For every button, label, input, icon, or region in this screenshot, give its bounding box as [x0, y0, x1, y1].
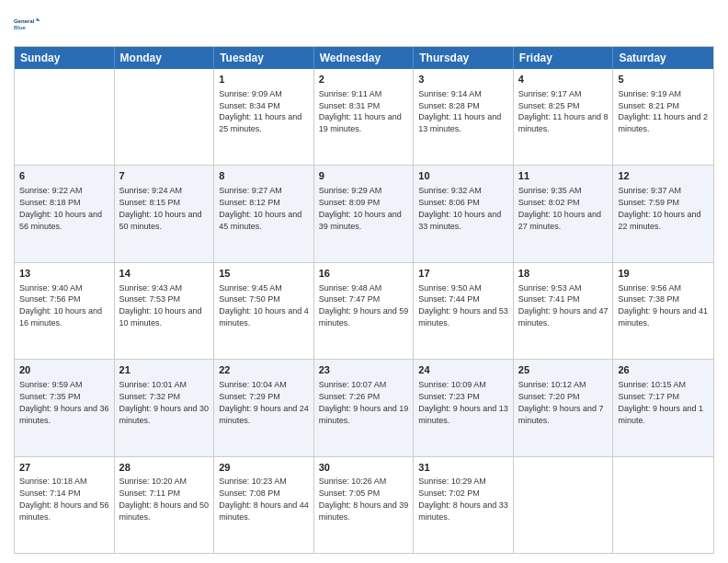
- day-detail: Sunrise: 9:17 AM Sunset: 8:25 PM Dayligh…: [518, 89, 609, 133]
- day-detail: Sunrise: 10:04 AM Sunset: 7:29 PM Daylig…: [219, 380, 309, 424]
- cal-cell-empty: [15, 69, 115, 165]
- day-number: 27: [19, 461, 109, 475]
- calendar: SundayMondayTuesdayWednesdayThursdayFrid…: [14, 46, 714, 554]
- day-detail: Sunrise: 10:01 AM Sunset: 7:32 PM Daylig…: [119, 380, 210, 424]
- day-detail: Sunrise: 9:45 AM Sunset: 7:50 PM Dayligh…: [219, 283, 309, 327]
- cal-cell-day-17: 17Sunrise: 9:50 AM Sunset: 7:44 PM Dayli…: [414, 263, 514, 359]
- day-detail: Sunrise: 9:53 AM Sunset: 7:41 PM Dayligh…: [518, 283, 609, 327]
- day-detail: Sunrise: 9:35 AM Sunset: 8:02 PM Dayligh…: [518, 186, 601, 230]
- cal-cell-day-15: 15Sunrise: 9:45 AM Sunset: 7:50 PM Dayli…: [214, 263, 314, 359]
- cal-week-2: 6Sunrise: 9:22 AM Sunset: 8:18 PM Daylig…: [15, 166, 713, 262]
- cal-cell-day-13: 13Sunrise: 9:40 AM Sunset: 7:56 PM Dayli…: [15, 263, 115, 359]
- day-number: 23: [319, 363, 409, 377]
- svg-marker-3: [37, 17, 40, 20]
- header: General Blue: [14, 9, 714, 40]
- day-detail: Sunrise: 10:12 AM Sunset: 7:20 PM Daylig…: [518, 380, 604, 424]
- calendar-header: SundayMondayTuesdayWednesdayThursdayFrid…: [15, 47, 713, 69]
- cal-cell-day-6: 6Sunrise: 9:22 AM Sunset: 8:18 PM Daylig…: [15, 166, 115, 261]
- cal-cell-day-18: 18Sunrise: 9:53 AM Sunset: 7:41 PM Dayli…: [514, 263, 614, 359]
- day-number: 29: [219, 461, 309, 475]
- cal-header-sunday: Sunday: [15, 47, 115, 69]
- cal-header-thursday: Thursday: [414, 47, 514, 69]
- day-number: 15: [219, 267, 309, 281]
- day-detail: Sunrise: 10:26 AM Sunset: 7:05 PM Daylig…: [319, 477, 409, 521]
- day-number: 24: [418, 363, 508, 377]
- day-number: 26: [618, 363, 709, 377]
- cal-week-3: 13Sunrise: 9:40 AM Sunset: 7:56 PM Dayli…: [15, 263, 713, 360]
- day-number: 13: [19, 267, 109, 281]
- day-number: 12: [618, 169, 709, 183]
- cal-week-5: 27Sunrise: 10:18 AM Sunset: 7:14 PM Dayl…: [15, 457, 713, 553]
- cal-header-friday: Friday: [514, 47, 614, 69]
- cal-cell-day-20: 20Sunrise: 9:59 AM Sunset: 7:35 PM Dayli…: [15, 360, 115, 455]
- svg-text:General: General: [14, 18, 34, 24]
- day-detail: Sunrise: 9:43 AM Sunset: 7:53 PM Dayligh…: [119, 283, 202, 327]
- day-number: 17: [418, 267, 508, 281]
- cal-cell-day-5: 5Sunrise: 9:19 AM Sunset: 8:21 PM Daylig…: [613, 69, 713, 165]
- cal-cell-day-30: 30Sunrise: 10:26 AM Sunset: 7:05 PM Dayl…: [314, 457, 415, 553]
- cal-cell-day-21: 21Sunrise: 10:01 AM Sunset: 7:32 PM Dayl…: [115, 360, 215, 455]
- cal-cell-day-1: 1Sunrise: 9:09 AM Sunset: 8:34 PM Daylig…: [214, 69, 314, 165]
- cal-cell-day-26: 26Sunrise: 10:15 AM Sunset: 7:17 PM Dayl…: [613, 360, 713, 455]
- cal-cell-day-27: 27Sunrise: 10:18 AM Sunset: 7:14 PM Dayl…: [15, 457, 115, 553]
- day-detail: Sunrise: 9:24 AM Sunset: 8:15 PM Dayligh…: [119, 186, 202, 230]
- day-number: 9: [319, 169, 409, 183]
- logo: General Blue: [14, 9, 45, 40]
- day-detail: Sunrise: 10:09 AM Sunset: 7:23 PM Daylig…: [418, 380, 508, 424]
- day-detail: Sunrise: 10:29 AM Sunset: 7:02 PM Daylig…: [418, 477, 508, 521]
- cal-cell-day-7: 7Sunrise: 9:24 AM Sunset: 8:15 PM Daylig…: [115, 166, 215, 261]
- day-number: 18: [518, 267, 609, 281]
- day-detail: Sunrise: 9:29 AM Sunset: 8:09 PM Dayligh…: [319, 186, 402, 230]
- day-number: 2: [319, 73, 409, 86]
- page: General Blue SundayMondayTuesdayWednesda…: [0, 0, 728, 563]
- day-detail: Sunrise: 10:18 AM Sunset: 7:14 PM Daylig…: [19, 477, 109, 521]
- cal-cell-day-31: 31Sunrise: 10:29 AM Sunset: 7:02 PM Dayl…: [414, 457, 514, 553]
- cal-cell-day-22: 22Sunrise: 10:04 AM Sunset: 7:29 PM Dayl…: [214, 360, 314, 455]
- day-detail: Sunrise: 10:20 AM Sunset: 7:11 PM Daylig…: [119, 477, 210, 521]
- day-number: 25: [518, 363, 609, 377]
- cal-cell-day-10: 10Sunrise: 9:32 AM Sunset: 8:06 PM Dayli…: [414, 166, 514, 261]
- cal-cell-day-2: 2Sunrise: 9:11 AM Sunset: 8:31 PM Daylig…: [314, 69, 415, 165]
- day-number: 22: [219, 363, 309, 377]
- cal-cell-empty: [613, 457, 713, 553]
- cal-cell-day-28: 28Sunrise: 10:20 AM Sunset: 7:11 PM Dayl…: [115, 457, 215, 553]
- day-number: 30: [319, 461, 409, 475]
- day-detail: Sunrise: 9:09 AM Sunset: 8:34 PM Dayligh…: [219, 89, 301, 133]
- day-number: 7: [119, 169, 210, 183]
- cal-cell-day-12: 12Sunrise: 9:37 AM Sunset: 7:59 PM Dayli…: [613, 166, 713, 261]
- cal-cell-day-24: 24Sunrise: 10:09 AM Sunset: 7:23 PM Dayl…: [414, 360, 514, 455]
- day-number: 6: [19, 169, 109, 183]
- day-number: 14: [119, 267, 210, 281]
- day-number: 11: [518, 169, 609, 183]
- day-detail: Sunrise: 10:07 AM Sunset: 7:26 PM Daylig…: [319, 380, 409, 424]
- cal-cell-day-4: 4Sunrise: 9:17 AM Sunset: 8:25 PM Daylig…: [514, 69, 614, 165]
- day-number: 20: [19, 363, 109, 377]
- cal-cell-day-16: 16Sunrise: 9:48 AM Sunset: 7:47 PM Dayli…: [314, 263, 415, 359]
- cal-cell-day-11: 11Sunrise: 9:35 AM Sunset: 8:02 PM Dayli…: [514, 166, 614, 261]
- day-detail: Sunrise: 9:50 AM Sunset: 7:44 PM Dayligh…: [418, 283, 508, 327]
- cal-cell-empty: [514, 457, 614, 553]
- cal-week-1: 1Sunrise: 9:09 AM Sunset: 8:34 PM Daylig…: [15, 69, 713, 166]
- day-detail: Sunrise: 9:27 AM Sunset: 8:12 PM Dayligh…: [219, 186, 301, 230]
- day-number: 4: [518, 73, 609, 86]
- svg-text:Blue: Blue: [14, 25, 27, 30]
- logo-svg: General Blue: [14, 9, 45, 40]
- day-detail: Sunrise: 9:59 AM Sunset: 7:35 PM Dayligh…: [19, 380, 109, 424]
- cal-week-4: 20Sunrise: 9:59 AM Sunset: 7:35 PM Dayli…: [15, 360, 713, 456]
- cal-header-monday: Monday: [115, 47, 215, 69]
- day-detail: Sunrise: 9:11 AM Sunset: 8:31 PM Dayligh…: [319, 89, 402, 133]
- day-detail: Sunrise: 9:40 AM Sunset: 7:56 PM Dayligh…: [19, 283, 102, 327]
- day-number: 19: [618, 267, 709, 281]
- cal-cell-day-9: 9Sunrise: 9:29 AM Sunset: 8:09 PM Daylig…: [314, 166, 415, 261]
- calendar-body: 1Sunrise: 9:09 AM Sunset: 8:34 PM Daylig…: [15, 69, 713, 553]
- day-detail: Sunrise: 9:48 AM Sunset: 7:47 PM Dayligh…: [319, 283, 409, 327]
- day-number: 16: [319, 267, 409, 281]
- day-detail: Sunrise: 10:23 AM Sunset: 7:08 PM Daylig…: [219, 477, 309, 521]
- day-number: 28: [119, 461, 210, 475]
- cal-cell-day-3: 3Sunrise: 9:14 AM Sunset: 8:28 PM Daylig…: [414, 69, 514, 165]
- cal-header-wednesday: Wednesday: [314, 47, 415, 69]
- day-detail: Sunrise: 9:32 AM Sunset: 8:06 PM Dayligh…: [418, 186, 501, 230]
- day-number: 5: [618, 73, 709, 86]
- day-number: 1: [219, 73, 309, 86]
- day-detail: Sunrise: 10:15 AM Sunset: 7:17 PM Daylig…: [618, 380, 703, 424]
